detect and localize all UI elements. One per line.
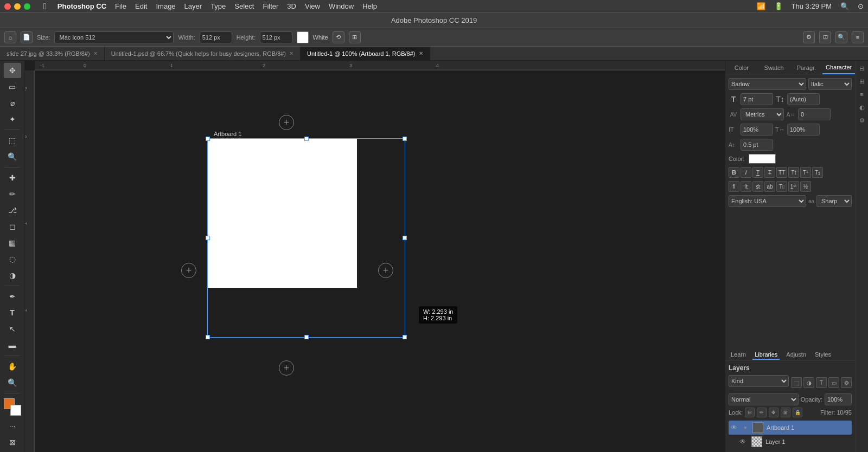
blur-tool[interactable]: ◌: [4, 251, 21, 267]
minimize-button[interactable]: [14, 3, 21, 10]
file-menu[interactable]: File: [115, 2, 126, 10]
strikethrough-btn[interactable]: T: [764, 167, 775, 178]
help-menu[interactable]: Help: [362, 2, 377, 10]
panel-tab-para[interactable]: Paragr.: [790, 61, 823, 74]
filter-menu[interactable]: Filter: [263, 2, 278, 10]
styles-tab[interactable]: Styles: [813, 350, 833, 360]
move-tool[interactable]: ✥: [4, 63, 21, 78]
titling-alt-btn[interactable]: 1ˢᵗ: [788, 181, 799, 192]
font-family-select[interactable]: Barlow: [729, 78, 806, 90]
learn-tab[interactable]: Learn: [729, 350, 748, 360]
search-global-icon[interactable]: 🔍: [835, 31, 847, 43]
panel-tab-color[interactable]: Color: [725, 61, 758, 74]
filter-smart-icon[interactable]: ⚙: [841, 377, 852, 388]
size-dropdown[interactable]: Mac Icon 512: [54, 31, 174, 43]
view-menu[interactable]: View: [305, 2, 320, 10]
right-icon-5[interactable]: ⚙: [857, 115, 867, 126]
lock-all-icon[interactable]: 🔒: [793, 408, 802, 417]
stamp-tool[interactable]: ⎇: [4, 203, 21, 218]
siri-icon[interactable]: ⊙: [858, 2, 864, 10]
right-icon-2[interactable]: ⊞: [857, 76, 867, 87]
lock-paint-icon[interactable]: ✏: [757, 408, 767, 417]
window-menu[interactable]: Window: [329, 2, 354, 10]
lock-move-icon[interactable]: ✥: [769, 408, 778, 417]
background-color[interactable]: [10, 405, 21, 416]
image-menu[interactable]: Image: [156, 2, 175, 10]
allcaps-btn[interactable]: TT: [776, 167, 787, 178]
search-icon[interactable]: 🔍: [840, 2, 849, 10]
artboard-icon[interactable]: ⊞: [349, 31, 361, 43]
plus-left[interactable]: +: [181, 263, 196, 278]
handle-mid-left[interactable]: [206, 236, 210, 240]
panel-tab-swatch[interactable]: Swatch: [758, 61, 790, 74]
layer-eye-artboard[interactable]: 👁: [731, 424, 739, 431]
plus-top[interactable]: +: [279, 115, 294, 130]
char-color-swatch[interactable]: [749, 154, 776, 164]
eraser-tool[interactable]: ◻: [4, 219, 21, 234]
3d-menu[interactable]: 3D: [287, 2, 296, 10]
italic-btn[interactable]: I: [741, 167, 751, 178]
shape-tool[interactable]: ▬: [4, 338, 21, 353]
tab-0-close[interactable]: ✕: [93, 50, 98, 56]
swash-btn[interactable]: T⃝: [776, 181, 787, 192]
right-icon-4[interactable]: ◐: [857, 102, 867, 113]
handle-bot-right[interactable]: [403, 335, 407, 339]
opacity-input[interactable]: [825, 393, 852, 405]
baseline-input[interactable]: [741, 139, 773, 151]
height-input[interactable]: [260, 31, 292, 43]
ligature-btn[interactable]: fi: [729, 181, 739, 192]
font-style-select[interactable]: Italic: [808, 78, 852, 90]
brush-tool[interactable]: ✏: [4, 186, 21, 202]
adjustments-tab[interactable]: Adjustn: [784, 350, 808, 360]
magic-wand-tool[interactable]: ✦: [4, 112, 21, 127]
layer-kind-select[interactable]: Kind: [729, 375, 789, 387]
kerning-select[interactable]: Metrics: [741, 108, 784, 120]
zoom-fit-icon[interactable]: ⊡: [819, 31, 831, 43]
language-select[interactable]: English: USA: [729, 195, 806, 207]
select-menu[interactable]: Select: [234, 2, 254, 10]
handle-bot-left[interactable]: [206, 335, 210, 339]
right-icon-1[interactable]: ⊟: [857, 63, 867, 74]
layer-eye-1[interactable]: 👁: [739, 438, 748, 445]
handle-mid-right[interactable]: [403, 236, 407, 240]
text-tool[interactable]: T: [4, 305, 21, 320]
filter-pixel-icon[interactable]: ⬚: [791, 377, 802, 388]
orientation-icon[interactable]: ⟲: [333, 31, 344, 43]
color-swatch[interactable]: [297, 31, 309, 43]
pen-tool[interactable]: ✒: [4, 289, 21, 304]
lock-checkerboard-icon[interactable]: ⊟: [745, 408, 755, 417]
eyedropper-tool[interactable]: 🔍: [4, 149, 21, 164]
layer-1[interactable]: 👁 Layer 1: [729, 435, 852, 449]
hand-tool[interactable]: ✋: [4, 359, 21, 374]
handle-top-left[interactable]: [206, 137, 210, 141]
tab-0[interactable]: slide 27.jpg @ 33.3% (RGB/8#) ✕: [0, 47, 105, 61]
quick-tools[interactable]: ⊠: [4, 435, 21, 450]
settings-icon[interactable]: ⚙: [803, 31, 815, 43]
filter-shape-icon[interactable]: ▭: [828, 377, 839, 388]
gradient-tool[interactable]: ▦: [4, 235, 21, 250]
panel-tab-char[interactable]: Character: [822, 61, 855, 74]
scale-h-input[interactable]: [787, 124, 820, 135]
fraction-btn[interactable]: ½: [800, 181, 811, 192]
select-rect-tool[interactable]: ▭: [4, 79, 21, 94]
oldstyle-btn[interactable]: ﬆ: [752, 181, 763, 192]
anti-alias-select[interactable]: Sharp: [816, 195, 852, 207]
crop-tool[interactable]: ⬚: [4, 133, 21, 148]
blend-mode-select[interactable]: Normal: [729, 393, 799, 405]
lasso-tool[interactable]: ⌀: [4, 95, 21, 111]
ordinal-btn[interactable]: ab: [764, 181, 775, 192]
extra-tools[interactable]: ···: [4, 418, 21, 434]
path-select-tool[interactable]: ↖: [4, 321, 21, 337]
libraries-tab[interactable]: Libraries: [752, 350, 780, 360]
heal-tool[interactable]: ✚: [4, 170, 21, 185]
more-icon[interactable]: ≡: [852, 31, 864, 43]
tab-2-close[interactable]: ✕: [419, 50, 423, 56]
plus-bottom[interactable]: +: [279, 360, 294, 376]
filter-type-icon[interactable]: T: [816, 377, 827, 388]
handle-top-center[interactable]: [304, 137, 309, 141]
tab-1[interactable]: Untitled-1.psd @ 66.7% (Quick helps for …: [105, 47, 301, 61]
layer-expand-artboard[interactable]: ▼: [743, 425, 748, 431]
apple-menu[interactable]: : [43, 2, 47, 11]
lock-artboard-icon[interactable]: ⊞: [781, 408, 790, 417]
superscript-btn[interactable]: T¹: [800, 167, 811, 178]
